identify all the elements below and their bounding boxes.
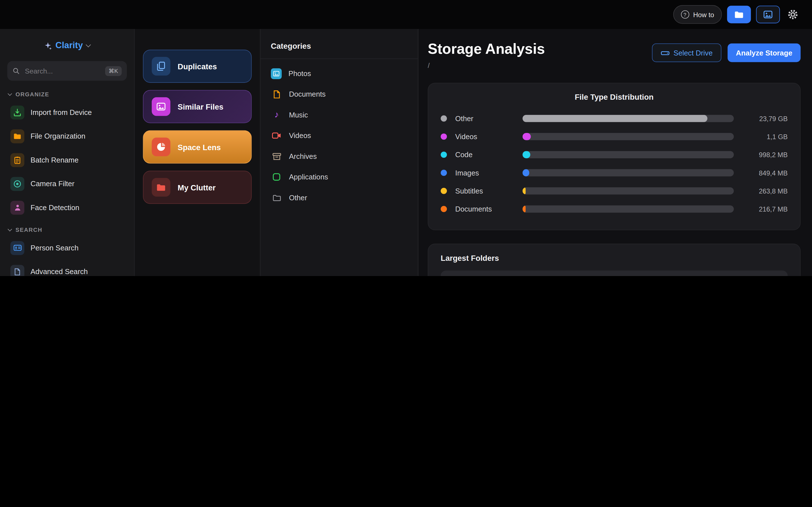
drive-icon xyxy=(661,49,669,56)
dist-dot xyxy=(441,170,447,176)
search-input[interactable] xyxy=(24,66,101,75)
dist-label: Code xyxy=(455,151,516,159)
tool-space-lens-button[interactable]: Space Lens xyxy=(143,130,252,164)
dist-size: 263,8 MB xyxy=(740,187,788,195)
categories-header: Categories xyxy=(260,29,418,59)
tool-label: Similar Files xyxy=(177,102,223,111)
photo-view-toggle[interactable] xyxy=(756,6,780,23)
tool-my-clutter-button[interactable]: My Clutter xyxy=(143,171,252,204)
dist-label: Images xyxy=(455,169,516,177)
dist-bar-track xyxy=(522,115,733,122)
sidebar: Clarity ⌘K ORGANIZE Import from Device F… xyxy=(0,29,135,276)
bar-fill xyxy=(522,187,525,194)
folder-icon xyxy=(152,178,170,196)
analyze-storage-button[interactable]: Analyze Storage xyxy=(728,43,801,62)
clipboard-icon xyxy=(10,153,24,167)
person-icon xyxy=(10,201,24,215)
how-to-button[interactable]: How to xyxy=(673,5,722,24)
distribution-row: Videos 1,1 GB xyxy=(441,128,788,146)
pie-chart-icon xyxy=(152,138,170,156)
sidebar-item-import-from-device[interactable]: Import from Device xyxy=(6,101,128,124)
select-drive-button[interactable]: Select Drive xyxy=(652,43,721,62)
distribution-row: Images 849,4 MB xyxy=(441,164,788,182)
tool-similar-files-button[interactable]: Similar Files xyxy=(143,90,252,123)
dist-dot xyxy=(441,152,447,158)
gear-icon xyxy=(787,9,799,20)
category-label: Applications xyxy=(289,173,328,181)
aperture-icon xyxy=(10,177,24,191)
category-label: Photos xyxy=(289,69,311,77)
photo-icon xyxy=(271,68,282,79)
sidebar-item-file-organization[interactable]: File Organization xyxy=(6,125,128,148)
dist-size: 216,7 MB xyxy=(740,205,788,213)
bar-fill xyxy=(522,151,530,159)
question-icon xyxy=(680,10,689,18)
tool-label: My Clutter xyxy=(177,183,216,191)
folder-row-system[interactable]: System 20,62 GB xyxy=(441,270,788,276)
section-header-search[interactable]: SEARCH xyxy=(0,219,134,236)
sidebar-item-label: File Organization xyxy=(31,132,85,140)
tool-label: Duplicates xyxy=(177,62,217,70)
search-box[interactable]: ⌘K xyxy=(7,61,127,81)
distribution-row: Code 998,2 MB xyxy=(441,146,788,164)
category-documents[interactable]: Documents xyxy=(265,84,414,105)
tool-duplicates-button[interactable]: Duplicates xyxy=(143,50,252,83)
archive-box-icon xyxy=(271,151,282,162)
dist-label: Other xyxy=(455,114,516,122)
section-label: ORGANIZE xyxy=(15,91,49,97)
chevron-down-icon xyxy=(8,227,12,231)
category-applications[interactable]: Applications xyxy=(265,166,414,187)
sidebar-item-face-detection[interactable]: Face Detection xyxy=(6,196,128,219)
document-search-icon xyxy=(10,265,24,276)
tools-panel: Duplicates Similar Files Space Lens My C… xyxy=(135,29,260,276)
category-other[interactable]: Other xyxy=(265,187,414,208)
file-type-distribution-card: File Type Distribution Other 23,79 GB Vi… xyxy=(428,83,801,230)
sidebar-item-batch-rename[interactable]: Batch Rename xyxy=(6,149,128,171)
dist-dot xyxy=(441,133,447,140)
section-header-organize[interactable]: ORGANIZE xyxy=(0,84,134,101)
settings-gear-button[interactable] xyxy=(785,7,801,22)
sidebar-item-advanced-search[interactable]: Advanced Search xyxy=(6,260,128,276)
category-music[interactable]: ♪ Music xyxy=(265,105,414,125)
category-videos[interactable]: Videos xyxy=(265,125,414,146)
search-icon xyxy=(12,67,20,75)
app-window: How to Clarity ⌘K OR xyxy=(0,0,812,276)
bar-fill xyxy=(522,133,531,140)
category-label: Other xyxy=(289,193,307,202)
categories-panel: Categories Photos Documents ♪ Music Vide… xyxy=(260,29,418,276)
sidebar-item-camera-filter[interactable]: Camera Filter xyxy=(6,172,128,195)
distribution-row: Other 23,79 GB xyxy=(441,110,788,128)
titlebar: How to xyxy=(0,0,812,29)
category-label: Music xyxy=(289,111,308,119)
distribution-row: Subtitles 263,8 MB xyxy=(441,182,788,200)
page-title: Storage Analysis xyxy=(428,41,545,57)
dist-label: Subtitles xyxy=(455,187,516,195)
breadcrumb-path: / xyxy=(428,61,545,69)
sidebar-item-label: Face Detection xyxy=(31,203,79,212)
app-logo-button[interactable]: Clarity xyxy=(0,36,134,55)
dist-bar-track xyxy=(522,169,733,177)
app-square-icon xyxy=(271,171,282,182)
dist-dot xyxy=(441,188,447,194)
chevron-down-icon xyxy=(8,91,12,96)
folder-view-toggle[interactable] xyxy=(727,6,751,23)
sidebar-item-person-search[interactable]: Person Search xyxy=(6,236,128,259)
largest-folders-title: Largest Folders xyxy=(441,253,788,262)
dist-bar-track xyxy=(522,151,733,159)
dist-size: 849,4 MB xyxy=(740,169,788,177)
bar-fill xyxy=(522,206,525,213)
search-shortcut-badge: ⌘K xyxy=(105,66,121,76)
video-camera-icon xyxy=(271,130,282,141)
distribution-row: Documents 216,7 MB xyxy=(441,200,788,218)
category-photos[interactable]: Photos xyxy=(265,63,414,83)
category-label: Documents xyxy=(289,90,326,98)
import-device-icon xyxy=(10,105,24,119)
photo-folder-icon xyxy=(763,10,772,18)
category-archives[interactable]: Archives xyxy=(265,146,414,166)
dist-bar-track xyxy=(522,206,733,213)
copy-icon xyxy=(152,57,170,75)
app-name: Clarity xyxy=(56,40,83,51)
dist-label: Documents xyxy=(455,205,516,213)
select-drive-label: Select Drive xyxy=(673,49,713,57)
image-icon xyxy=(152,97,170,116)
